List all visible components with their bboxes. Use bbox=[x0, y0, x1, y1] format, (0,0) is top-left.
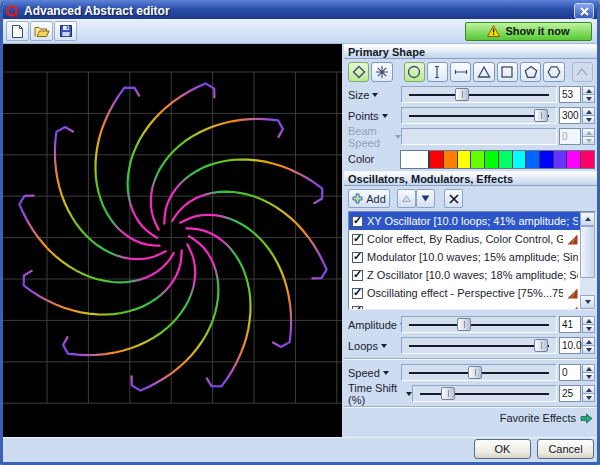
ok-button[interactable]: OK bbox=[474, 439, 531, 459]
color-swatch[interactable] bbox=[499, 151, 513, 168]
shape-pentagon-button[interactable] bbox=[520, 62, 541, 82]
size-slider[interactable] bbox=[401, 86, 557, 103]
loops-label[interactable]: Loops bbox=[348, 340, 401, 352]
app-icon bbox=[5, 4, 19, 18]
divider bbox=[344, 358, 597, 360]
color-swatch[interactable] bbox=[430, 151, 444, 168]
effects-scrollbar[interactable] bbox=[580, 212, 595, 309]
loops-value[interactable]: 10.0 bbox=[559, 337, 581, 354]
checkbox-checked-icon[interactable] bbox=[352, 270, 363, 281]
spin-up-icon[interactable] bbox=[582, 107, 595, 116]
shape-circle-button[interactable] bbox=[404, 62, 425, 82]
spin-down-icon[interactable] bbox=[582, 373, 595, 381]
list-item[interactable]: XY Oscillator [10.0 loops; 41% amplitude… bbox=[349, 212, 595, 230]
move-up-button[interactable] bbox=[397, 189, 416, 208]
spin-up-icon[interactable] bbox=[582, 385, 595, 394]
spin-down-icon[interactable] bbox=[582, 95, 595, 103]
time-shift-label[interactable]: Time Shift (%) bbox=[348, 382, 412, 406]
speed-value[interactable]: 0 bbox=[559, 364, 581, 381]
checkbox-checked-icon[interactable] bbox=[352, 216, 363, 227]
spin-up-icon[interactable] bbox=[582, 86, 595, 95]
settings-panel: Primary Shape bbox=[344, 44, 597, 437]
spin-down-icon[interactable] bbox=[582, 325, 595, 333]
favorite-effects-link[interactable]: Favorite Effects bbox=[500, 412, 576, 424]
beam-speed-value: 0 bbox=[559, 128, 581, 145]
color-swatch[interactable] bbox=[444, 151, 458, 168]
loops-slider[interactable] bbox=[401, 337, 557, 354]
delete-effect-button[interactable] bbox=[444, 189, 463, 208]
spin-down-icon[interactable] bbox=[582, 116, 595, 124]
time-shift-value[interactable]: 25 bbox=[559, 385, 581, 402]
mode-diamond-button[interactable] bbox=[348, 62, 369, 82]
time-shift-spinner bbox=[582, 385, 595, 402]
favorite-arrow-icon[interactable] bbox=[580, 413, 593, 424]
effect-flag-icon bbox=[567, 288, 578, 299]
speed-slider[interactable] bbox=[401, 364, 557, 381]
open-file-button[interactable] bbox=[30, 21, 53, 41]
shape-hline-button[interactable] bbox=[450, 62, 471, 82]
amplitude-slider[interactable] bbox=[401, 316, 557, 333]
color-swatch[interactable] bbox=[458, 151, 472, 168]
spin-down-icon[interactable] bbox=[582, 394, 595, 402]
time-shift-slider[interactable] bbox=[412, 385, 557, 402]
amplitude-label[interactable]: Amplitude bbox=[348, 319, 401, 331]
diamond-icon bbox=[352, 65, 366, 79]
spin-down-icon[interactable] bbox=[582, 346, 595, 354]
speed-label[interactable]: Speed bbox=[348, 367, 401, 379]
spin-up-icon[interactable] bbox=[582, 364, 595, 373]
amplitude-value[interactable]: 41 bbox=[559, 316, 581, 333]
amplitude-spinner bbox=[582, 316, 595, 333]
color-swatch[interactable] bbox=[540, 151, 554, 168]
chevron-down-icon bbox=[372, 93, 378, 97]
size-spinner bbox=[582, 86, 595, 103]
mode-star-button[interactable] bbox=[371, 62, 392, 82]
scroll-up-icon[interactable] bbox=[580, 212, 595, 226]
checkbox-checked-icon[interactable] bbox=[352, 252, 363, 263]
color-swatch[interactable] bbox=[526, 151, 540, 168]
points-row: Points 300 bbox=[344, 105, 597, 126]
list-item[interactable]: Oscillating effect - Perspective [75%...… bbox=[349, 284, 595, 302]
save-file-button[interactable] bbox=[54, 21, 77, 41]
checkbox-checked-icon[interactable] bbox=[352, 306, 363, 311]
close-icon[interactable] bbox=[574, 3, 594, 19]
spin-up-icon[interactable] bbox=[582, 316, 595, 325]
size-label[interactable]: Size bbox=[348, 89, 401, 101]
add-effect-button[interactable]: Add bbox=[348, 189, 390, 208]
scroll-thumb[interactable] bbox=[580, 226, 595, 278]
scroll-down-icon[interactable] bbox=[580, 295, 595, 309]
list-item[interactable]: Color effect, By Radius, Color Control, … bbox=[349, 230, 595, 248]
effect-flag-icon bbox=[567, 306, 578, 311]
color-swatch[interactable] bbox=[401, 151, 430, 168]
list-item[interactable] bbox=[349, 302, 595, 310]
cancel-button[interactable]: Cancel bbox=[537, 439, 594, 459]
spin-up-icon[interactable] bbox=[582, 337, 595, 346]
shape-hexagon-button[interactable] bbox=[543, 62, 564, 82]
star-icon bbox=[375, 65, 389, 79]
checkbox-checked-icon[interactable] bbox=[352, 234, 363, 245]
color-swatch[interactable] bbox=[554, 151, 568, 168]
move-down-button[interactable] bbox=[416, 189, 435, 208]
shape-triangle-button[interactable] bbox=[473, 62, 494, 82]
points-label[interactable]: Points bbox=[348, 110, 401, 122]
abstract-preview bbox=[3, 44, 342, 437]
arrow-down-icon bbox=[421, 195, 430, 202]
shape-square-button[interactable] bbox=[497, 62, 518, 82]
shape-vline-button[interactable] bbox=[427, 62, 448, 82]
loops-row: Loops 10.0 bbox=[344, 335, 597, 356]
window-title: Advanced Abstract editor bbox=[24, 4, 170, 18]
new-file-button[interactable] bbox=[6, 21, 29, 41]
color-swatch[interactable] bbox=[567, 151, 581, 168]
triangle-icon bbox=[477, 65, 491, 79]
show-it-now-button[interactable]: Show it now bbox=[465, 22, 592, 41]
color-swatch[interactable] bbox=[485, 151, 499, 168]
points-slider[interactable] bbox=[401, 107, 557, 124]
size-value[interactable]: 53 bbox=[559, 86, 581, 103]
open-folder-icon bbox=[34, 25, 50, 38]
color-swatch[interactable] bbox=[581, 151, 594, 168]
points-value[interactable]: 300 bbox=[559, 107, 581, 124]
list-item[interactable]: Modulator [10.0 waves; 15% amplitude; Si… bbox=[349, 248, 595, 266]
checkbox-checked-icon[interactable] bbox=[352, 288, 363, 299]
color-swatch[interactable] bbox=[471, 151, 485, 168]
list-item[interactable]: Z Oscillator [10.0 waves; 18% amplitude;… bbox=[349, 266, 595, 284]
color-swatch[interactable] bbox=[513, 151, 527, 168]
